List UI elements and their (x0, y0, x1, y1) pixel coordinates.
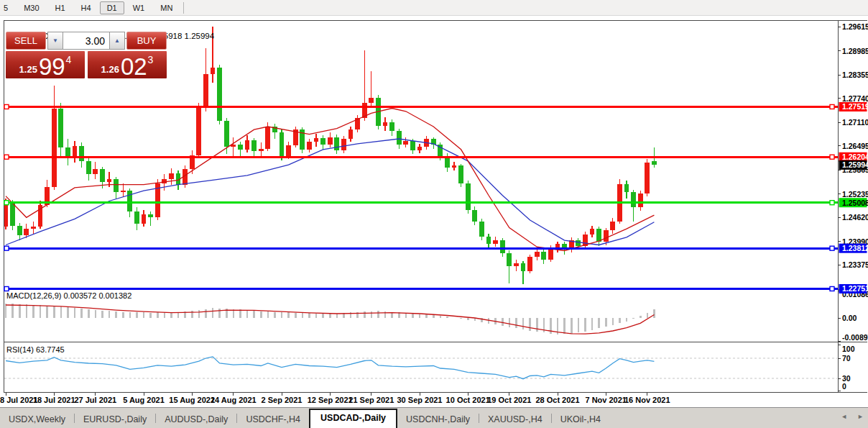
svg-text:30 Sep 2021: 30 Sep 2021 (397, 396, 443, 404)
svg-text:15 Aug 2021: 15 Aug 2021 (169, 396, 215, 404)
volume-increase-button[interactable]: ▲ (109, 32, 125, 50)
svg-text:0: 0 (842, 382, 846, 391)
svg-text:2 Sep 2021: 2 Sep 2021 (262, 396, 303, 404)
svg-text:70: 70 (842, 354, 851, 363)
volume-stepper: ▼ ▲ (47, 32, 125, 50)
sell-button[interactable]: SELL (6, 32, 46, 50)
buy-price-prefix: 1.26 (101, 65, 119, 74)
svg-text:1.24620: 1.24620 (842, 213, 868, 222)
svg-text:1.27519: 1.27519 (842, 102, 868, 111)
buy-price-pip: 3 (148, 55, 154, 65)
svg-text:5 Aug 2021: 5 Aug 2021 (123, 396, 165, 404)
svg-text:1.27740: 1.27740 (842, 94, 868, 103)
svg-text:1.27110: 1.27110 (842, 118, 868, 127)
timeframe-h4-button[interactable]: H4 (74, 1, 98, 14)
chart-tab-bar: USDX,Weekly EURUSD-,Daily AUDUSD-,Daily … (0, 407, 868, 428)
date-axis: 8 Jul 202118 Jul 202127 Jul 20215 Aug 20… (0, 393, 670, 404)
sell-price-big: 99 (39, 57, 65, 76)
svg-text:1.23812: 1.23812 (842, 244, 868, 252)
sell-price-display[interactable]: 1.25994 (6, 51, 85, 78)
tab-audusd-daily[interactable]: AUDUSD-,Daily (156, 411, 236, 428)
svg-text:1.23375: 1.23375 (842, 260, 868, 269)
tabs-scroll-right-button[interactable]: ► (857, 414, 864, 420)
tab-usdcad-daily[interactable]: USDCAD-,Daily (309, 409, 397, 428)
tab-usdchf-h4[interactable]: USDCHF-,H4 (237, 411, 309, 428)
buy-price-display[interactable]: 1.26023 (88, 51, 167, 78)
tab-eurusd-daily[interactable]: EURUSD-,Daily (75, 411, 155, 428)
svg-text:1.26495: 1.26495 (842, 142, 868, 150)
macd-panel-layer (5, 304, 655, 334)
tab-usdx-weekly[interactable]: USDX,Weekly (0, 411, 74, 428)
timeframe-toolbar: 5 M30 H1 H4 D1 W1 MN (0, 0, 868, 16)
svg-text:12 Sep 2021: 12 Sep 2021 (308, 396, 353, 404)
tab-usdcnh-daily[interactable]: USDCNH-,Daily (397, 411, 479, 428)
up-arrow-icon: ▲ (114, 37, 120, 44)
svg-text:100: 100 (842, 345, 855, 353)
svg-text:1.28985: 1.28985 (842, 47, 868, 55)
sell-price-pip: 4 (66, 55, 72, 65)
svg-text:-0.008974: -0.008974 (842, 333, 868, 342)
svg-text:10 Oct 2021: 10 Oct 2021 (446, 396, 490, 404)
volume-decrease-button[interactable]: ▼ (47, 32, 63, 50)
one-click-trading-panel: SELL ▼ ▲ BUY 1.25994 1.26023 (6, 32, 167, 78)
svg-text:8 Jul 2021: 8 Jul 2021 (0, 396, 38, 404)
svg-text:21 Sep 2021: 21 Sep 2021 (348, 396, 394, 404)
svg-text:19 Oct 2021: 19 Oct 2021 (487, 396, 531, 404)
timeframe-m5-button[interactable]: 5 (0, 1, 15, 14)
down-arrow-icon: ▼ (52, 37, 58, 44)
buy-button[interactable]: BUY (126, 32, 167, 50)
timeframe-h1-button[interactable]: H1 (48, 1, 73, 14)
svg-text:1.29615: 1.29615 (842, 22, 868, 31)
tabs-scroll-left-button[interactable]: ◄ (841, 414, 847, 420)
buy-price-big: 02 (121, 57, 147, 76)
toolbar-separator (183, 2, 184, 14)
timeframe-m30-button[interactable]: M30 (17, 1, 46, 14)
tab-ukoil-h4[interactable]: UKOil-,H4 (552, 411, 609, 428)
svg-text:7 Nov 2021: 7 Nov 2021 (585, 396, 626, 404)
svg-text:1.25008: 1.25008 (842, 199, 868, 207)
volume-input[interactable] (63, 32, 109, 50)
tab-scroll-controls: ◄ ► (841, 414, 864, 420)
svg-text:1.25235: 1.25235 (842, 190, 868, 199)
svg-text:1.22751: 1.22751 (842, 284, 868, 293)
svg-text:1.28355: 1.28355 (842, 70, 868, 79)
tab-xauusd-h4[interactable]: XAUUSD-,H4 (479, 411, 551, 428)
svg-text:27 Jul 2021: 27 Jul 2021 (74, 396, 116, 404)
timeframe-w1-button[interactable]: W1 (126, 1, 152, 14)
svg-text:0.00: 0.00 (842, 314, 857, 322)
svg-text:18 Jul 2021: 18 Jul 2021 (33, 396, 75, 404)
svg-text:24 Aug 2021: 24 Aug 2021 (211, 396, 257, 404)
timeframe-mn-button[interactable]: MN (153, 1, 180, 14)
svg-text:16 Nov 2021: 16 Nov 2021 (624, 396, 670, 404)
timeframe-d1-button[interactable]: D1 (100, 1, 124, 14)
rsi-panel-layer (4, 357, 837, 379)
sell-price-prefix: 1.25 (19, 65, 37, 74)
trading-platform-window: 5 M30 H1 H4 D1 W1 MN MACD(12,26,9) 0.003… (0, 0, 868, 428)
svg-text:1.25994: 1.25994 (842, 160, 868, 169)
svg-text:28 Oct 2021: 28 Oct 2021 (535, 396, 579, 404)
